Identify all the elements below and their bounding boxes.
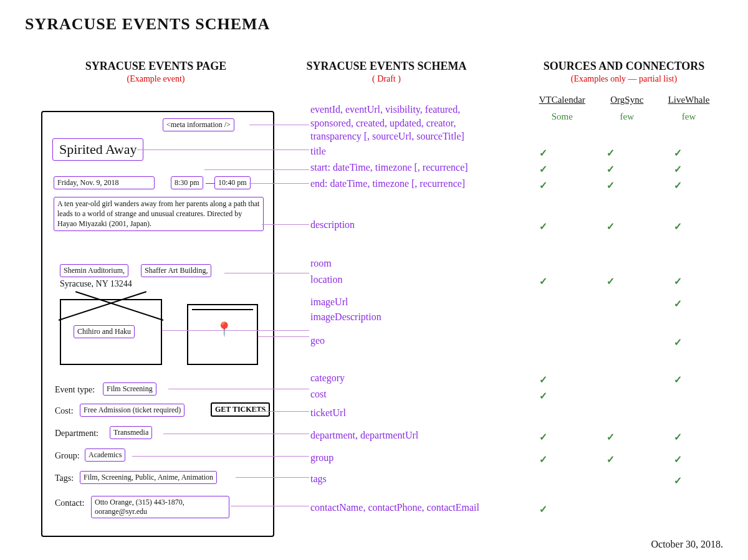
src-sum3: few [656, 108, 722, 125]
schema-geo: geo [310, 335, 325, 346]
check-icon: ✓ [674, 221, 682, 232]
check-icon: ✓ [539, 221, 547, 232]
check-icon: ✓ [674, 275, 682, 287]
event-end: 10:40 pm [214, 176, 251, 189]
col-mid-title: SYRACUSE EVENTS SCHEMA [306, 60, 466, 72]
event-room: Shemin Auditorium, [60, 264, 128, 277]
check-icon: ✓ [539, 503, 547, 515]
src-sum2: few [600, 108, 655, 125]
event-date: Friday, Nov. 9, 2018 [54, 176, 155, 189]
schema-contact: contactName, contactPhone, contactEmail [310, 502, 479, 513]
col-left-title: SYRACUSE EVENTS PAGE [85, 60, 227, 72]
schema-tags: tags [310, 473, 327, 485]
group-label: Group: [55, 451, 80, 461]
meta-label: <meta information /> [163, 118, 234, 131]
group-value: Academics [85, 448, 125, 462]
footer-date: October 30, 2018. [651, 539, 723, 550]
check-icon: ✓ [607, 163, 615, 175]
check-icon: ✓ [539, 163, 547, 175]
schema-category: category [310, 373, 345, 384]
check-icon: ✓ [539, 431, 547, 443]
map-pin-icon: 📍 [216, 321, 233, 338]
get-tickets-button[interactable]: GET TICKETS [211, 402, 270, 417]
schema-cost: cost [310, 389, 327, 400]
src-h1: VTCalendar [526, 93, 598, 107]
image-caption: Chihiro and Haku [74, 325, 135, 338]
schema-imageurl: imageUrl [310, 297, 348, 308]
schema-department: department, departmentUrl [310, 430, 418, 441]
col-right-title: SOURCES AND CONNECTORS [544, 60, 705, 72]
event-start: 8:30 pm [171, 176, 203, 189]
event-type-label: Event type: [55, 385, 95, 395]
check-icon: ✓ [539, 147, 547, 159]
schema-group: group [310, 452, 333, 463]
event-city: Syracuse, NY 13244 [60, 279, 132, 289]
check-icon: ✓ [607, 221, 615, 232]
schema-start: start: dateTime, timezone [, recurrence] [310, 162, 468, 173]
col-right-sub: (Examples only — partial list) [525, 74, 723, 84]
src-h2: OrgSync [600, 93, 655, 107]
cost-label: Cost: [55, 406, 74, 416]
event-building: Shaffer Art Building, [141, 264, 211, 277]
page-title: SYRACUSE EVENTS SCHEMA [25, 15, 270, 34]
schema-meta: eventId, eventUrl, visibility, featured,… [310, 103, 497, 143]
tags-value: Film, Screening, Public, Anime, Animatio… [80, 471, 217, 484]
check-icon: ✓ [607, 431, 615, 443]
col-mid-head: SYRACUSE EVENTS SCHEMA ( Draft ) [299, 60, 474, 84]
check-icon: ✓ [607, 275, 615, 287]
schema-imagedesc: imageDescription [310, 311, 381, 323]
check-icon: ✓ [539, 179, 547, 191]
check-icon: ✓ [674, 179, 682, 191]
schema-location: location [310, 274, 343, 285]
event-title: Spirited Away [52, 138, 143, 161]
check-icon: ✓ [539, 453, 547, 465]
col-left-sub: (Example event) [69, 74, 243, 84]
schema-description: description [310, 219, 355, 230]
event-type: Film Screening [103, 382, 156, 396]
contact-value: Otto Orange, (315) 443-1870, oorange@syr… [91, 496, 229, 518]
check-icon: ✓ [674, 298, 682, 310]
event-description: A ten year-old girl wanders away from he… [54, 197, 264, 231]
src-sum1: Some [526, 108, 598, 125]
check-icon: ✓ [539, 275, 547, 287]
dept-value: Transmedia [110, 426, 152, 439]
check-icon: ✓ [607, 147, 615, 159]
check-icon: ✓ [539, 390, 547, 402]
check-icon: ✓ [674, 163, 682, 175]
dept-label: Department: [55, 429, 98, 439]
col-mid-sub: ( Draft ) [299, 74, 474, 84]
tags-label: Tags: [55, 473, 74, 483]
cost-value: Free Admission (ticket required) [80, 404, 185, 417]
schema-end: end: dateTime, timezone [, recurrence] [310, 178, 465, 189]
sources-table: VTCalendar OrgSync LiveWhale Some few fe… [525, 92, 723, 126]
check-icon: ✓ [674, 475, 682, 486]
schema-title: title [310, 146, 326, 157]
check-icon: ✓ [674, 431, 682, 443]
check-icon: ✓ [674, 336, 682, 348]
check-icon: ✓ [607, 179, 615, 191]
check-icon: ✓ [539, 374, 547, 386]
check-icon: ✓ [674, 147, 682, 159]
col-right-head: SOURCES AND CONNECTORS (Examples only — … [525, 60, 723, 84]
check-icon: ✓ [607, 453, 615, 465]
time-sep: — [206, 178, 214, 188]
schema-room: room [310, 258, 332, 269]
schema-ticketurl: ticketUrl [310, 407, 346, 419]
check-icon: ✓ [674, 374, 682, 386]
col-left-head: SYRACUSE EVENTS PAGE (Example event) [69, 60, 243, 84]
contact-label: Contact: [55, 498, 84, 508]
check-icon: ✓ [674, 453, 682, 465]
src-h3: LiveWhale [656, 93, 722, 107]
